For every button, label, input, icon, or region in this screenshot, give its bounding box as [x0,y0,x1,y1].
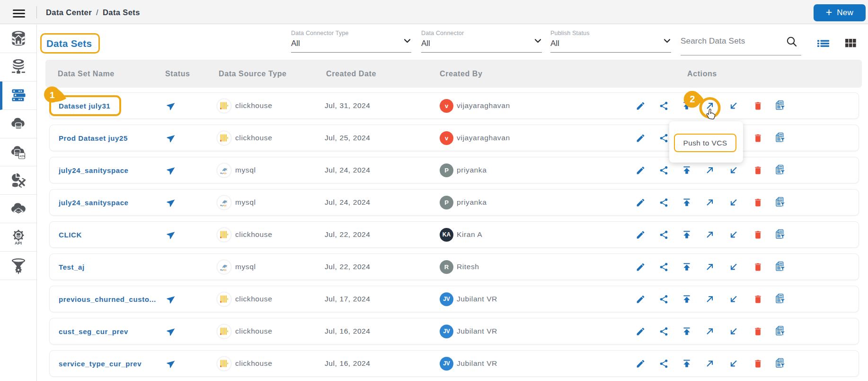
svg-text:SQL: SQL [223,172,227,174]
svg-text:2: 2 [690,94,695,104]
svg-text:API: API [15,241,22,245]
svg-text:1: 1 [50,90,55,100]
svg-text:SQL: SQL [223,204,227,207]
svg-text:</>: </> [19,154,25,158]
svg-text:SQL: SQL [223,269,227,271]
